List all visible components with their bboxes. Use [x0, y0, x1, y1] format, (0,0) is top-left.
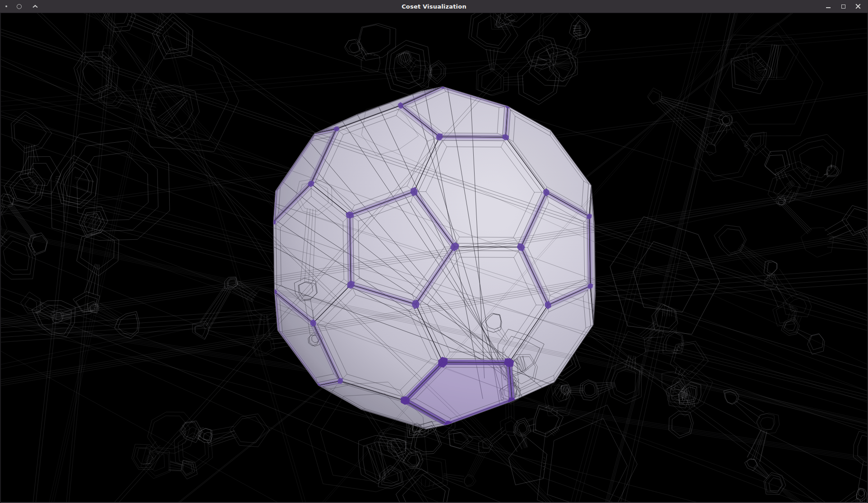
- window-controls: [824, 2, 868, 11]
- dot-icon: [5, 5, 7, 7]
- minimize-icon: [826, 7, 831, 8]
- chevron-up-icon: [32, 5, 38, 8]
- close-button[interactable]: [854, 2, 863, 11]
- coset-3d-viewport[interactable]: [1, 13, 867, 502]
- circle-button[interactable]: [14, 2, 23, 11]
- close-icon: [855, 4, 861, 9]
- chevron-up-button[interactable]: [31, 2, 40, 11]
- app-window: Coset Visualization: [0, 0, 868, 503]
- viewport: [0, 13, 868, 503]
- maximize-button[interactable]: [839, 2, 848, 11]
- minimize-button[interactable]: [824, 2, 833, 11]
- window-title: Coset Visualization: [0, 3, 868, 10]
- titlebar-left-icons: [0, 2, 123, 11]
- maximize-icon: [841, 5, 845, 9]
- circle-icon: [17, 4, 22, 9]
- titlebar[interactable]: Coset Visualization: [0, 0, 868, 13]
